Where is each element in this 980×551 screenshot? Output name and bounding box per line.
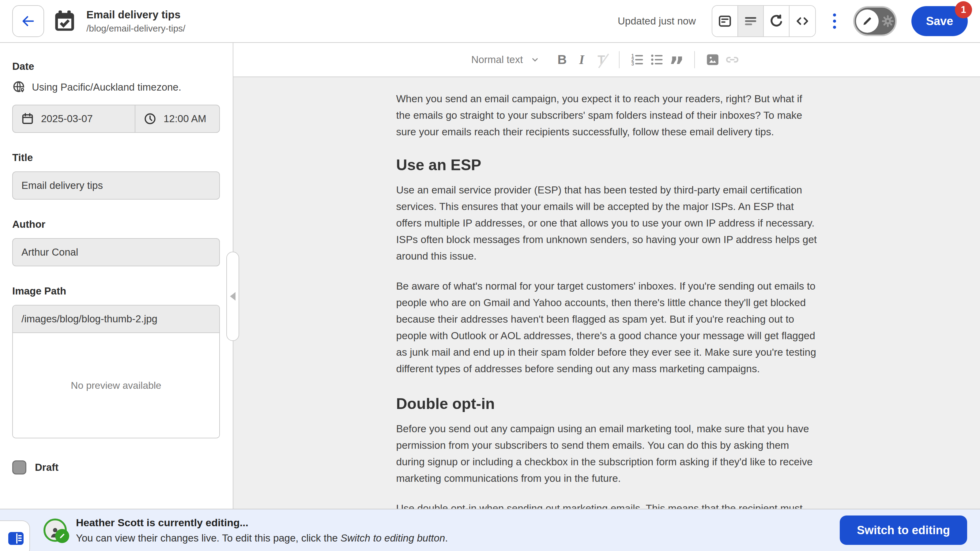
kebab-dot-icon — [833, 26, 836, 29]
title-field-label: Title — [12, 152, 220, 164]
draft-field: Draft — [12, 460, 220, 475]
draft-checkbox[interactable] — [12, 460, 26, 475]
main-area: Date Using Pacific/Auckland timezone. — [0, 43, 980, 509]
save-button-label: Save — [926, 15, 953, 27]
author-field-label: Author — [12, 219, 220, 230]
author-input[interactable]: Arthur Conal — [12, 238, 220, 266]
toolbar-divider — [694, 51, 695, 68]
doc-heading: Use an ESP — [396, 156, 818, 174]
metadata-sidebar: Date Using Pacific/Auckland timezone. — [0, 43, 233, 509]
kebab-dot-icon — [833, 13, 836, 16]
presence-instructions-prefix: You can view their changes live. To edit… — [76, 532, 340, 544]
page-title-block: Email delivery tips /blog/email-delivery… — [86, 9, 185, 34]
blockquote-icon: ” — [669, 61, 684, 70]
chevron-down-icon — [530, 55, 540, 65]
visual-editor-button[interactable] — [712, 6, 738, 37]
content-editor-button[interactable] — [738, 6, 764, 37]
image-preview-panel: No preview available — [13, 333, 219, 438]
source-editor-button[interactable] — [789, 6, 815, 37]
bold-icon: B — [557, 52, 566, 67]
document-canvas[interactable]: When you send an email campaign, you exp… — [233, 77, 980, 509]
presence-message: Heather Scott is currently editing... Yo… — [76, 517, 448, 544]
doc-paragraph: Use an email service provider (ESP) that… — [396, 182, 818, 265]
time-value: 12:00 AM — [164, 113, 206, 125]
editor-mode-switcher — [712, 5, 816, 37]
breadcrumb-path: /blog/email-delivery-tips/ — [86, 23, 185, 34]
italic-icon: I — [579, 52, 584, 67]
visual-editor-icon — [717, 13, 733, 29]
more-options-kebab-button[interactable] — [830, 10, 839, 32]
bullet-list-button[interactable] — [647, 49, 667, 71]
app-logo-calendar-check-icon — [52, 9, 77, 34]
clock-icon — [143, 112, 157, 125]
clear-formatting-button: T — [591, 49, 611, 71]
page-title: Email delivery tips — [86, 9, 185, 21]
datetime-input-group: 2025-03-07 12:00 AM — [12, 105, 220, 133]
time-input[interactable]: 12:00 AM — [135, 105, 219, 132]
doc-paragraph: Use double opt-in when sending out marke… — [396, 500, 818, 509]
sync-button[interactable] — [764, 6, 789, 37]
richtext-toolbar: Normal text B I T — [233, 43, 980, 77]
bullet-list-icon — [649, 52, 665, 68]
document-body: When you send an email campaign, you exp… — [396, 91, 818, 509]
date-field-label: Date — [12, 60, 220, 72]
draft-label: Draft — [35, 462, 59, 473]
image-path-group: /images/blog/blog-thumb-2.jpg No preview… — [12, 305, 220, 438]
presence-instructions-suffix: . — [445, 532, 448, 544]
date-input[interactable]: 2025-03-07 — [13, 105, 135, 132]
insert-link-button — [722, 49, 742, 71]
presence-bar: Heather Scott is currently editing... Yo… — [0, 509, 980, 551]
italic-button[interactable]: I — [572, 49, 591, 71]
back-arrow-icon — [20, 13, 36, 29]
svg-text:3: 3 — [632, 61, 634, 67]
kebab-dot-icon — [833, 20, 836, 23]
presence-instructions: You can view their changes live. To edit… — [76, 532, 448, 544]
content-editor-icon — [743, 13, 758, 29]
ordered-list-icon: 123 — [629, 52, 645, 68]
doc-paragraph: Before you send out any campaign using a… — [396, 421, 818, 487]
clear-formatting-icon: T — [598, 53, 605, 67]
gear-icon — [880, 14, 895, 29]
editor-avatar — [43, 519, 67, 542]
presence-instructions-italic: Switch to editing button — [340, 532, 445, 544]
toggle-knob[interactable] — [856, 10, 879, 33]
image-path-field-label: Image Path — [12, 285, 220, 297]
unsaved-changes-badge: 1 — [955, 1, 972, 18]
bold-button[interactable]: B — [552, 49, 572, 71]
pencil-icon — [861, 15, 873, 27]
switch-to-editing-button[interactable]: Switch to editing — [840, 516, 967, 545]
no-preview-text: No preview available — [71, 380, 161, 391]
caret-left-icon — [230, 292, 235, 301]
globe-icon — [12, 80, 26, 94]
sync-refresh-icon — [768, 13, 784, 29]
toolbar-divider — [619, 51, 620, 68]
back-button[interactable] — [12, 5, 44, 37]
editing-badge — [55, 529, 69, 543]
title-input[interactable]: Email delivery tips — [12, 171, 220, 200]
blockquote-button[interactable]: ” — [667, 49, 686, 71]
code-icon — [794, 13, 810, 29]
editor-pane: Normal text B I T — [233, 43, 980, 509]
timezone-note: Using Pacific/Auckland timezone. — [32, 81, 181, 93]
edit-settings-toggle[interactable] — [853, 6, 897, 36]
image-path-input[interactable]: /images/blog/blog-thumb-2.jpg — [13, 305, 219, 333]
text-style-dropdown[interactable]: Normal text — [471, 54, 540, 65]
insert-image-button[interactable] — [703, 49, 722, 71]
link-icon — [725, 52, 740, 67]
date-value: 2025-03-07 — [41, 113, 93, 125]
presence-editor-name: Heather Scott is currently editing... — [76, 517, 448, 529]
text-style-label: Normal text — [471, 54, 523, 65]
image-icon — [705, 52, 720, 67]
ordered-list-button[interactable]: 123 — [627, 49, 647, 71]
top-bar: Email delivery tips /blog/email-delivery… — [0, 0, 980, 43]
doc-paragraph: Be aware of what's normal for your targe… — [396, 278, 818, 377]
sidebar-collapse-handle[interactable] — [226, 252, 239, 341]
updated-status: Updated just now — [618, 15, 696, 27]
timezone-note-row: Using Pacific/Auckland timezone. — [12, 80, 220, 94]
notes-drawer-tab[interactable] — [0, 520, 30, 551]
doc-heading: Double opt-in — [396, 395, 818, 413]
save-button[interactable]: Save 1 — [912, 6, 968, 36]
doc-paragraph: When you send an email campaign, you exp… — [396, 91, 818, 140]
app-window: Email delivery tips /blog/email-delivery… — [0, 0, 980, 551]
calendar-icon — [21, 112, 34, 125]
